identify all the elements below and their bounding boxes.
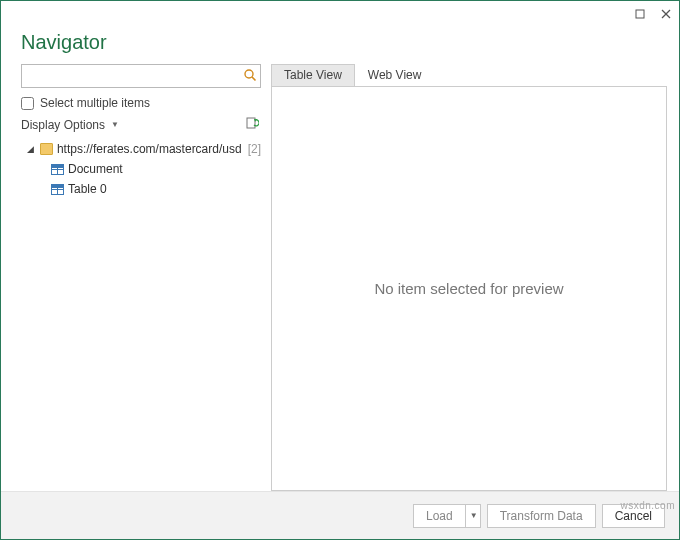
watermark: wsxdn.com [620,500,675,511]
load-label: Load [426,509,453,523]
tab-label: Web View [368,68,422,82]
select-multiple-checkbox[interactable] [21,97,34,110]
select-multiple-label: Select multiple items [40,96,150,110]
select-multiple-row[interactable]: Select multiple items [21,96,261,110]
svg-line-4 [252,77,256,81]
tree-item-label: Table 0 [68,182,107,196]
load-button[interactable]: Load [413,504,465,528]
dialog-title: Navigator [1,27,679,64]
chevron-down-icon: ▼ [111,120,119,129]
display-options-label: Display Options [21,118,105,132]
tree-root-count: [2] [248,142,261,156]
display-options-button[interactable]: Display Options ▼ [21,118,119,132]
preview-area: No item selected for preview [271,86,667,491]
svg-rect-0 [636,10,644,18]
footer: Load ▼ Transform Data Cancel [1,491,679,539]
table-icon [51,164,64,175]
svg-point-3 [245,70,253,78]
load-dropdown-button[interactable]: ▼ [465,504,481,528]
preview-empty-message: No item selected for preview [374,280,563,297]
tree-item-table0[interactable]: Table 0 [21,179,261,199]
maximize-button[interactable] [633,7,647,21]
refresh-icon [245,116,259,130]
content-area: Select multiple items Display Options ▼ [1,64,679,491]
navigator-dialog: Navigator Select multiple items Display … [0,0,680,540]
tab-table-view[interactable]: Table View [271,64,355,86]
tab-label: Table View [284,68,342,82]
transform-data-button[interactable]: Transform Data [487,504,596,528]
right-pane: Table View Web View No item selected for… [271,64,667,491]
svg-rect-5 [247,118,255,128]
close-icon [661,9,671,19]
left-pane: Select multiple items Display Options ▼ [21,64,261,491]
search-icon[interactable] [243,68,257,86]
tab-web-view[interactable]: Web View [355,64,435,86]
tree: ◢ https://ferates.com/mastercard/usd [2]… [21,139,261,199]
tree-root-label: https://ferates.com/mastercard/usd [57,142,242,156]
close-button[interactable] [659,7,673,21]
search-row [21,64,261,88]
expander-icon[interactable]: ◢ [27,144,36,154]
load-button-group: Load ▼ [413,504,481,528]
transform-label: Transform Data [500,509,583,523]
maximize-icon [635,9,645,19]
tree-item-label: Document [68,162,123,176]
refresh-button[interactable] [245,116,259,133]
tree-root[interactable]: ◢ https://ferates.com/mastercard/usd [2] [21,139,261,159]
display-options-row: Display Options ▼ [21,116,261,133]
titlebar [1,1,679,27]
tabs: Table View Web View [271,64,667,86]
chevron-down-icon: ▼ [470,511,478,520]
table-icon [51,184,64,195]
search-input[interactable] [21,64,261,88]
tree-item-document[interactable]: Document [21,159,261,179]
folder-icon [40,143,53,155]
